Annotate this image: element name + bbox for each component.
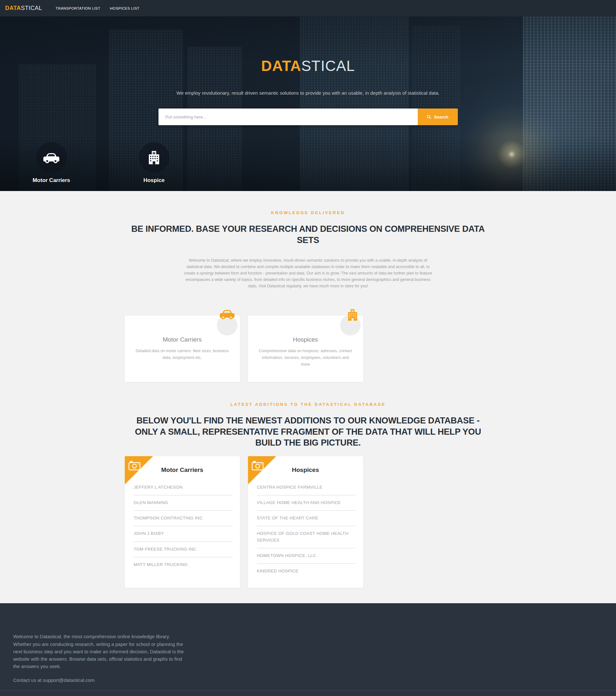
- list-card-motor-carriers: Motor Carriers JEFFERY L ATCHESONGLEN MA…: [125, 456, 240, 588]
- intro-eyebrow: KNOWLEDGE DELIVERED: [0, 210, 616, 215]
- latest-eyebrow: LATEST ADDITIONS TO THE DATASTICAL DATAB…: [0, 402, 616, 407]
- hero-feature-label: Hospice: [103, 177, 205, 184]
- hero-feature-label: Motor Carriers: [0, 177, 103, 184]
- camera-icon: [252, 460, 264, 471]
- hero-logo-bold: DATA: [261, 58, 301, 74]
- footer: Welcome to Datastical, the most comprehe…: [0, 603, 616, 696]
- feature-cards-row: Motor Carriers Detailed data on motor ca…: [125, 316, 491, 382]
- list-item[interactable]: VILLAGE HOME HEALTH AND HOSPICE: [257, 495, 356, 511]
- hero-logo-light: STICAL: [301, 58, 355, 74]
- list-item[interactable]: KINDRED HOSPICE: [257, 564, 356, 579]
- latest-heading: BELOW YOU'LL FIND THE NEWEST ADDITIONS T…: [125, 415, 491, 448]
- list-item[interactable]: THOMPSON CONTRACTING INC: [134, 511, 232, 526]
- brand-logo-bold: DATA: [5, 5, 21, 11]
- list-item[interactable]: HOMETOWN HOSPICE, LLC: [257, 548, 356, 564]
- feature-card-hospices[interactable]: Hospices Comprehensive data on hospices:…: [248, 316, 363, 382]
- search-button-label: Search: [434, 115, 448, 120]
- feature-card-motor-carriers[interactable]: Motor Carriers Detailed data on motor ca…: [125, 316, 240, 382]
- list-item[interactable]: TOM FREESE TRUCKING INC: [134, 542, 232, 557]
- list-items: JEFFERY L ATCHESONGLEN MANNINGTHOMPSON C…: [125, 477, 240, 576]
- hospice-circle: [139, 142, 169, 173]
- car-icon: [43, 152, 60, 164]
- navbar: DATASTICAL TRANSPORTATION LIST HOSPICES …: [0, 0, 616, 16]
- intro-heading: BE INFORMED. BASE YOUR RESEARCH AND DECI…: [122, 223, 494, 246]
- car-icon: [220, 309, 235, 320]
- search-input[interactable]: [159, 109, 418, 125]
- main-content: KNOWLEDGE DELIVERED BE INFORMED. BASE YO…: [0, 191, 616, 603]
- corner-triangle: [248, 456, 276, 485]
- feature-card-description: Comprehensive data on hospices: adresses…: [258, 348, 354, 368]
- list-item[interactable]: MATT MILLER TRUCKING: [134, 557, 232, 572]
- hero-tagline: We employ revolutionary, result driven s…: [0, 90, 616, 96]
- corner-triangle: [125, 456, 153, 485]
- list-item[interactable]: STATE OF THE HEART CARE: [257, 511, 356, 526]
- list-item[interactable]: HOSPICE OF GOLD COAST HOME HEALTH SERVIC…: [257, 526, 356, 548]
- nav-link-transportation-list[interactable]: TRANSPORTATION LIST: [55, 6, 100, 10]
- bottom-bar: This website uses cookies to ensure you …: [0, 691, 616, 696]
- feature-card-title: Hospices: [258, 336, 354, 343]
- list-cards-row: Motor Carriers JEFFERY L ATCHESONGLEN MA…: [125, 456, 491, 588]
- list-item[interactable]: JOHN J BIXBY: [134, 526, 232, 542]
- search-icon: [427, 115, 431, 119]
- nav-link-hospices-list[interactable]: HOSPICES LIST: [110, 6, 140, 10]
- hero-feature-hospice[interactable]: Hospice: [103, 142, 205, 184]
- hero-features: Motor Carriers Hospice: [0, 142, 205, 184]
- hero-feature-motor-carriers[interactable]: Motor Carriers: [0, 142, 103, 184]
- hospital-icon: [148, 150, 160, 165]
- nav-links: TRANSPORTATION LIST HOSPICES LIST: [55, 6, 139, 10]
- brand-logo[interactable]: DATASTICAL: [5, 5, 42, 12]
- list-card-hospices: Hospices CENTRA HOSPICE FARMVILLEVILLAGE…: [248, 456, 363, 588]
- list-items: CENTRA HOSPICE FARMVILLEVILLAGE HOME HEA…: [248, 477, 363, 582]
- list-item[interactable]: GLEN MANNING: [134, 495, 232, 511]
- search-bar: Search: [159, 109, 458, 125]
- hero-logo: DATASTICAL: [0, 16, 616, 74]
- feature-card-title: Motor Carriers: [134, 336, 230, 343]
- footer-contact-text: Contact us at support@datastical.com: [13, 677, 603, 683]
- motor-carriers-circle: [36, 142, 67, 173]
- hero: DATASTICAL We employ revolutionary, resu…: [0, 16, 616, 191]
- hospital-icon: [347, 309, 358, 321]
- search-button[interactable]: Search: [418, 109, 458, 125]
- intro-body: Welcome to Datastical, where we employ i…: [184, 257, 433, 289]
- brand-logo-light: STICAL: [21, 5, 42, 11]
- feature-card-description: Detailed data on motor carriers: fleet s…: [134, 348, 230, 361]
- footer-about-text: Welcome to Datastical, the most comprehe…: [13, 633, 189, 670]
- camera-icon: [128, 460, 141, 471]
